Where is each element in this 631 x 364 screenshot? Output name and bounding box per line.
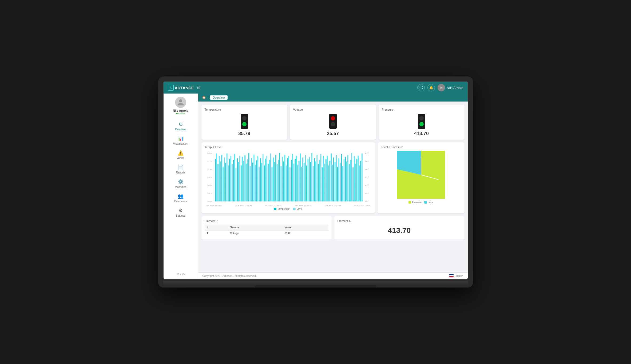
svg-rect-46 bbox=[247, 159, 248, 201]
svg-text:93.0: 93.0 bbox=[365, 184, 369, 187]
svg-rect-81 bbox=[292, 154, 293, 201]
sidebar-item-customers[interactable]: 👥 Customers bbox=[167, 191, 194, 205]
svg-rect-83 bbox=[295, 159, 296, 201]
svg-rect-135 bbox=[362, 153, 363, 201]
nav-label-settings: Settings bbox=[176, 214, 185, 217]
svg-rect-128 bbox=[352, 167, 354, 201]
svg-rect-109 bbox=[328, 165, 329, 201]
profile-status: Online bbox=[176, 112, 185, 115]
svg-rect-66 bbox=[273, 157, 274, 201]
notification-icon[interactable]: 🔔 bbox=[427, 84, 435, 91]
copyright-text: Copyright 2023 · Adtance - All rights re… bbox=[203, 274, 257, 277]
x-label-3: 25.4.2023, 17:51:31 bbox=[265, 205, 281, 207]
svg-rect-107 bbox=[326, 159, 327, 201]
svg-text:94.5: 94.5 bbox=[365, 160, 369, 163]
svg-rect-60 bbox=[265, 159, 266, 201]
logo: A ADTANCE bbox=[168, 85, 194, 91]
svg-rect-69 bbox=[276, 164, 277, 201]
svg-rect-49 bbox=[251, 158, 252, 201]
svg-rect-108 bbox=[327, 156, 328, 201]
nav-label-alerts: Alerts bbox=[177, 157, 184, 160]
sidebar-item-reports[interactable]: 📄 Reports bbox=[167, 162, 194, 176]
svg-rect-84 bbox=[296, 156, 297, 201]
language-selector[interactable]: English bbox=[449, 274, 463, 277]
element7-table: # Sensor Value 1 Voltage bbox=[205, 225, 328, 236]
svg-rect-29 bbox=[225, 163, 226, 201]
pie-pressure-dot bbox=[408, 201, 411, 204]
element6-title: Element 6 bbox=[338, 219, 461, 223]
tl-off-3 bbox=[419, 116, 424, 120]
svg-rect-68 bbox=[275, 155, 276, 201]
pressure-light bbox=[418, 114, 425, 129]
machines-icon: ⚙️ bbox=[178, 179, 184, 185]
sidebar-item-alerts[interactable]: ⚠️ Alerts bbox=[167, 148, 194, 162]
svg-rect-110 bbox=[329, 161, 330, 201]
svg-rect-24 bbox=[219, 156, 220, 201]
fullscreen-icon[interactable]: ⛶ bbox=[417, 84, 425, 91]
svg-rect-63 bbox=[269, 160, 270, 201]
pie-chart-svg bbox=[397, 151, 445, 199]
svg-rect-89 bbox=[302, 157, 303, 201]
svg-rect-126 bbox=[350, 160, 351, 201]
svg-rect-50 bbox=[252, 163, 253, 201]
voltage-content: 25.57 bbox=[293, 114, 373, 136]
cards-row: Temperature 35.79 bbox=[201, 105, 465, 140]
svg-rect-90 bbox=[304, 163, 305, 201]
element6-card: Element 6 413.70 bbox=[334, 216, 465, 240]
svg-rect-133 bbox=[359, 165, 360, 201]
content-area: 🏠 › Overview Temperature bbox=[198, 94, 468, 279]
svg-rect-88 bbox=[301, 167, 302, 201]
charts-row: Temp & Level 38.0 37.5 37.0 36.5 36.0 bbox=[201, 142, 465, 213]
svg-rect-101 bbox=[318, 164, 319, 201]
svg-rect-132 bbox=[358, 156, 359, 201]
voltage-value: 25.57 bbox=[327, 131, 339, 136]
svg-rect-48 bbox=[249, 166, 251, 201]
svg-rect-85 bbox=[297, 165, 298, 201]
flag-icon bbox=[449, 274, 454, 277]
x-label-1: 25.4.2023, 17:49:51 bbox=[206, 205, 222, 207]
svg-rect-64 bbox=[270, 153, 271, 201]
nav-label-customers: Customers bbox=[174, 200, 187, 203]
svg-rect-23 bbox=[217, 164, 219, 201]
pressure-content: 413.70 bbox=[382, 114, 461, 136]
logo-icon: A bbox=[168, 85, 174, 91]
sidebar-item-settings[interactable]: ⚙ Settings bbox=[167, 205, 194, 219]
expand-icon[interactable]: ⊞ bbox=[197, 86, 200, 90]
tl-off-1 bbox=[242, 116, 247, 120]
svg-rect-86 bbox=[298, 161, 299, 201]
svg-rect-34 bbox=[232, 164, 233, 201]
sidebar-item-machines[interactable]: ⚙️ Machines bbox=[167, 177, 194, 191]
svg-rect-94 bbox=[309, 157, 310, 201]
svg-rect-47 bbox=[248, 153, 249, 201]
breadcrumb: 🏠 › Overview bbox=[198, 94, 468, 102]
sidebar-item-overview[interactable]: ⊙ Overview bbox=[167, 119, 194, 133]
voltage-card: Voltage 25.57 bbox=[290, 105, 376, 140]
temperature-light bbox=[241, 114, 248, 129]
level-pressure-title: Level & Pressure bbox=[381, 145, 461, 149]
breadcrumb-home-icon[interactable]: 🏠 bbox=[202, 96, 206, 99]
svg-rect-82 bbox=[293, 164, 294, 201]
svg-rect-53 bbox=[256, 160, 257, 201]
profile-name: Nils Arnold bbox=[173, 109, 188, 112]
svg-rect-80 bbox=[291, 160, 292, 201]
footer: Copyright 2023 · Adtance - All rights re… bbox=[198, 272, 468, 279]
legend-temp: Temperatur bbox=[274, 208, 290, 210]
temperature-content: 35.79 bbox=[205, 114, 284, 136]
svg-rect-45 bbox=[246, 164, 247, 201]
sidebar-item-visualization[interactable]: 📊 Visualization bbox=[167, 134, 194, 147]
main-layout: Nils Arnold Online ⊙ Overview 📊 Visualiz… bbox=[164, 94, 468, 279]
x-label-4: 25.4.2023, 17:52:21 bbox=[295, 205, 311, 207]
svg-rect-123 bbox=[346, 161, 347, 201]
svg-rect-31 bbox=[228, 165, 229, 201]
alerts-icon: ⚠️ bbox=[178, 150, 184, 156]
svg-rect-113 bbox=[333, 157, 334, 201]
nav-label-overview: Overview bbox=[175, 128, 186, 131]
svg-rect-87 bbox=[300, 153, 301, 201]
svg-rect-77 bbox=[287, 158, 288, 201]
svg-rect-111 bbox=[331, 153, 332, 201]
svg-rect-112 bbox=[332, 165, 333, 201]
svg-rect-93 bbox=[307, 159, 308, 201]
svg-rect-70 bbox=[278, 160, 279, 201]
sidebar: Nils Arnold Online ⊙ Overview 📊 Visualiz… bbox=[164, 94, 198, 279]
x-label-5: 25.4.2023, 17:53:11 bbox=[324, 205, 341, 207]
